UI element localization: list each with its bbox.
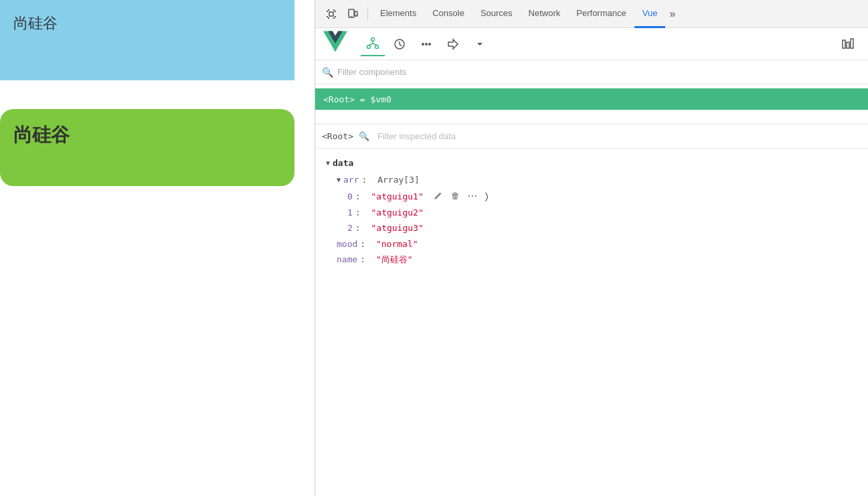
components-btn[interactable] <box>361 32 385 56</box>
root-component-label: <Root> = $vm0 <box>323 94 392 104</box>
root-component-item[interactable]: <Root> = $vm0 <box>315 88 868 110</box>
tab-performance[interactable]: Performance <box>568 0 634 28</box>
edit-arr-item-0-btn[interactable] <box>432 190 444 202</box>
arr-item-1: 1 : "atguigu2" <box>326 205 857 220</box>
svg-point-4 <box>355 15 357 16</box>
svg-point-19 <box>468 195 470 197</box>
green-box: 尚硅谷 <box>0 109 294 186</box>
tab-separator <box>367 7 368 21</box>
svg-rect-18 <box>851 39 853 48</box>
svg-line-10 <box>373 44 377 46</box>
filter-search-icon: 🔍 <box>322 67 333 78</box>
device-toolbar-icon[interactable] <box>342 3 363 25</box>
arr-item-2: 2 : "atguigu3" <box>326 220 857 236</box>
svg-marker-15 <box>448 39 458 49</box>
svg-point-14 <box>428 43 431 46</box>
svg-rect-16 <box>843 40 845 48</box>
delete-arr-item-0-btn[interactable] <box>449 190 461 202</box>
tab-network[interactable]: Network <box>521 0 569 28</box>
blue-box-text: 尚硅谷 <box>0 0 294 47</box>
arr-item-0: 0 : "atguigu1" <box>326 188 857 205</box>
performance-icon[interactable] <box>836 32 860 56</box>
svg-point-5 <box>371 37 375 41</box>
vuex-btn[interactable] <box>387 32 412 56</box>
svg-point-12 <box>422 43 424 46</box>
inspected-header: <Root> 🔍 <box>315 125 868 149</box>
arr-item-0-actions: 〉 <box>432 188 489 205</box>
webpage-preview: 尚硅谷 尚硅谷 <box>0 0 315 496</box>
tab-console[interactable]: Console <box>424 0 472 28</box>
routing-dropdown[interactable] <box>468 32 492 56</box>
cursor-hand-icon: 〉 <box>485 188 489 205</box>
devtools-tab-bar: Elements Console Sources Network Perform… <box>315 0 868 28</box>
inspect-search-icon: 🔍 <box>359 131 369 141</box>
data-triangle-icon: ▼ <box>326 157 330 169</box>
filter-components-input[interactable] <box>337 67 861 77</box>
more-tabs-icon[interactable]: » <box>665 0 679 28</box>
svg-point-7 <box>375 45 379 48</box>
more-arr-item-0-btn[interactable] <box>466 190 479 202</box>
filter-components-bar: 🔍 <box>315 60 868 84</box>
mood-item: mood : "normal" <box>326 236 857 252</box>
blue-box: 尚硅谷 <box>0 0 294 80</box>
svg-point-20 <box>472 195 473 197</box>
tab-vue[interactable]: Vue <box>634 0 666 28</box>
routing-btn[interactable] <box>441 32 465 56</box>
inspect-filter-input[interactable] <box>377 131 861 141</box>
name-item: name : "尚硅谷" <box>326 252 857 267</box>
inspect-element-icon[interactable] <box>321 3 342 25</box>
data-section-header[interactable]: ▼ data <box>326 155 857 171</box>
vue-toolbar <box>315 28 868 60</box>
inspected-root-tag: <Root> <box>322 131 353 141</box>
svg-rect-17 <box>847 42 849 48</box>
inspected-panel: <Root> 🔍 ▼ data ▼ arr : Array[3] 0 <box>315 125 868 496</box>
arr-item: ▼ arr : Array[3] <box>326 172 857 187</box>
devtools-panel: Elements Console Sources Network Perform… <box>315 0 868 496</box>
svg-point-13 <box>425 43 428 46</box>
svg-point-21 <box>475 195 476 197</box>
arr-triangle-icon: ▼ <box>337 174 341 186</box>
svg-line-9 <box>369 44 373 46</box>
svg-rect-0 <box>329 12 333 16</box>
data-tree: ▼ data ▼ arr : Array[3] 0 : "atguigu1" <box>315 149 868 274</box>
vue-logo <box>323 29 347 58</box>
events-btn[interactable] <box>414 32 438 56</box>
svg-point-3 <box>351 15 352 17</box>
svg-point-6 <box>367 45 371 48</box>
green-box-text: 尚硅谷 <box>0 109 294 161</box>
tab-elements[interactable]: Elements <box>372 0 424 28</box>
tab-sources[interactable]: Sources <box>472 0 521 28</box>
component-tree: <Root> = $vm0 <box>315 84 868 125</box>
